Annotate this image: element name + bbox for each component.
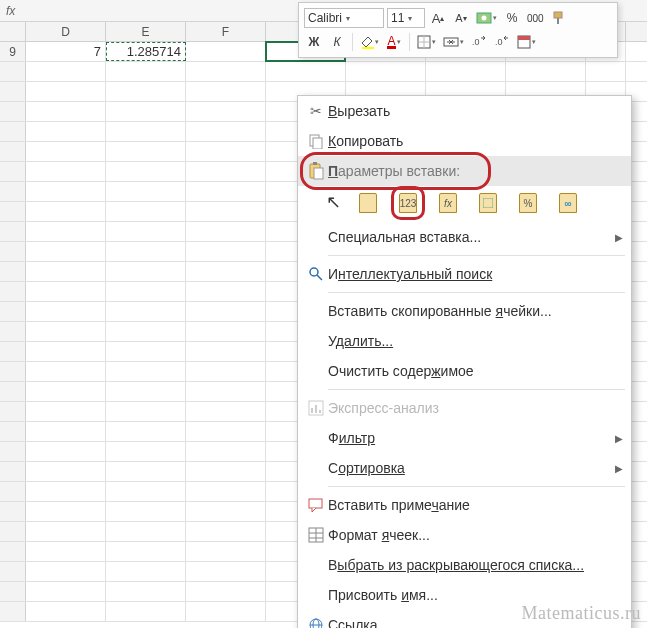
menu-insert-copied-cells[interactable]: Вставить скопированные ячейки... xyxy=(298,296,631,326)
mini-toolbar: Calibri▾ 11▾ A▴ A▾ ▾ % 000 Ж К ▾ A▾ ▾ ▾ xyxy=(298,2,618,58)
copy-icon xyxy=(304,133,328,149)
merge-icon xyxy=(443,35,459,49)
clipboard-percent-icon: % xyxy=(519,193,537,213)
decrease-decimal-button[interactable]: .0 xyxy=(492,32,512,52)
scissors-icon: ✂ xyxy=(304,103,328,119)
decrease-font-button[interactable]: A▾ xyxy=(451,8,471,28)
paste-link-button[interactable]: ∞ xyxy=(555,190,581,216)
svg-rect-12 xyxy=(518,36,530,40)
svg-rect-16 xyxy=(313,162,317,165)
paste-values-button[interactable]: 123 xyxy=(395,190,421,216)
menu-quick-analysis: Экспресс-анализ xyxy=(298,393,631,423)
clipboard-formulas-icon: fx xyxy=(439,193,457,213)
row-header[interactable]: 9 xyxy=(0,42,26,61)
fx-label: fx xyxy=(0,4,21,18)
format-painter-button[interactable] xyxy=(549,8,569,28)
search-icon xyxy=(304,266,328,282)
conditional-format-button[interactable]: ▾ xyxy=(515,32,538,52)
borders-button[interactable]: ▾ xyxy=(415,32,438,52)
svg-rect-24 xyxy=(319,410,321,413)
menu-smart-lookup[interactable]: Интеллектуальный поиск xyxy=(298,259,631,289)
percent-button[interactable]: % xyxy=(502,8,522,28)
svg-rect-17 xyxy=(314,168,323,179)
clipboard-formatting-icon xyxy=(479,193,497,213)
svg-rect-2 xyxy=(554,12,562,18)
borders-icon xyxy=(417,35,431,49)
svg-rect-18 xyxy=(483,198,493,208)
chevron-right-icon: ▶ xyxy=(615,433,623,444)
svg-rect-14 xyxy=(313,138,322,149)
svg-point-31 xyxy=(313,619,319,628)
col-header-F[interactable]: F xyxy=(186,22,266,41)
decrease-decimal-icon: .0 xyxy=(495,35,509,49)
cursor-icon: ↖ xyxy=(326,191,341,213)
menu-cut[interactable]: ✂ Вырезать xyxy=(298,96,631,126)
money-icon xyxy=(476,11,492,25)
svg-rect-25 xyxy=(309,499,322,508)
svg-text:.0: .0 xyxy=(472,37,480,47)
menu-insert-comment[interactable]: Вставить примечание xyxy=(298,490,631,520)
paste-percent-button[interactable]: % xyxy=(515,190,541,216)
increase-font-button[interactable]: A▴ xyxy=(428,8,448,28)
font-size-combo[interactable]: 11▾ xyxy=(387,8,425,28)
chevron-down-icon: ▾ xyxy=(346,14,350,23)
svg-rect-4 xyxy=(362,47,374,49)
format-cells-icon xyxy=(304,527,328,543)
bold-button[interactable]: Ж xyxy=(304,32,324,52)
menu-copy[interactable]: Копировать xyxy=(298,126,631,156)
svg-point-19 xyxy=(310,268,318,276)
menu-delete[interactable]: Удалить... xyxy=(298,326,631,356)
svg-rect-22 xyxy=(311,408,313,413)
cell-styles-icon xyxy=(517,35,531,49)
menu-filter[interactable]: Фильтр ▶ xyxy=(298,423,631,453)
svg-point-1 xyxy=(482,16,487,21)
increase-decimal-button[interactable]: .0 xyxy=(469,32,489,52)
chevron-down-icon: ▾ xyxy=(408,14,412,23)
paint-bucket-icon xyxy=(360,35,374,49)
chevron-right-icon: ▶ xyxy=(615,232,623,243)
svg-rect-23 xyxy=(315,405,317,413)
menu-paste-options-header: Параметры вставки: xyxy=(298,156,631,186)
svg-text:.0: .0 xyxy=(495,37,503,47)
table-row xyxy=(0,62,647,82)
accounting-format-button[interactable]: ▾ xyxy=(474,8,499,28)
clipboard-link-icon: ∞ xyxy=(559,193,577,213)
comma-style-button[interactable]: 000 xyxy=(525,8,546,28)
paste-all-button[interactable] xyxy=(355,190,381,216)
fill-color-button[interactable]: ▾ xyxy=(358,32,381,52)
font-color-button[interactable]: A▾ xyxy=(384,32,404,52)
clipboard-values-icon: 123 xyxy=(399,193,417,213)
menu-clear-contents[interactable]: Очистить содержимое xyxy=(298,356,631,386)
menu-format-cells[interactable]: Формат ячеек... xyxy=(298,520,631,550)
merge-center-button[interactable]: ▾ xyxy=(441,32,466,52)
font-size-value: 11 xyxy=(391,11,404,25)
clipboard-icon xyxy=(304,162,328,180)
menu-sort[interactable]: Сортировка ▶ xyxy=(298,453,631,483)
cell-F9[interactable] xyxy=(186,42,266,61)
col-header-E[interactable]: E xyxy=(106,22,186,41)
svg-point-30 xyxy=(310,619,322,628)
comment-icon xyxy=(304,497,328,513)
watermark: Matematicus.ru xyxy=(522,603,641,624)
format-painter-icon xyxy=(552,11,566,25)
menu-pick-from-list[interactable]: Выбрать из раскрывающегося списка... xyxy=(298,550,631,580)
svg-rect-3 xyxy=(557,18,559,24)
chevron-right-icon: ▶ xyxy=(615,463,623,474)
select-all-corner[interactable] xyxy=(0,22,26,41)
col-header-D[interactable]: D xyxy=(26,22,106,41)
cell-E9[interactable]: 1.285714 xyxy=(106,42,186,61)
menu-paste-special[interactable]: Специальная вставка... ▶ xyxy=(298,222,631,252)
increase-decimal-icon: .0 xyxy=(472,35,486,49)
font-name-combo[interactable]: Calibri▾ xyxy=(304,8,384,28)
paste-formulas-button[interactable]: fx xyxy=(435,190,461,216)
svg-line-20 xyxy=(317,275,322,280)
paste-formatting-button[interactable] xyxy=(475,190,501,216)
clipboard-icon xyxy=(359,193,377,213)
font-name-value: Calibri xyxy=(308,11,342,25)
context-menu: ✂ Вырезать Копировать Параметры вставки:… xyxy=(297,95,632,628)
quick-analysis-icon xyxy=(304,400,328,416)
italic-button[interactable]: К xyxy=(327,32,347,52)
link-icon xyxy=(304,617,328,628)
cell-D9[interactable]: 7 xyxy=(26,42,106,61)
paste-options-row: ↖ 123 fx % ∞ xyxy=(298,186,631,222)
